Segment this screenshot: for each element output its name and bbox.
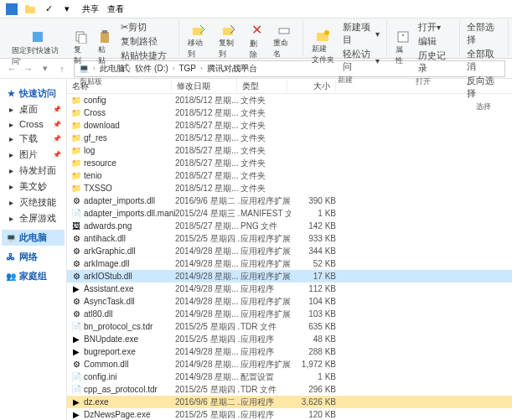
tab-view[interactable]: 查看 <box>107 3 124 15</box>
file-row[interactable]: 📁Cross2018/5/12 星期...文件夹 <box>67 106 512 119</box>
move-to-button[interactable]: 移动到 <box>183 22 214 61</box>
file-row[interactable]: ⚙arkGraphic.dll2014/9/28 星期...应用程序扩展344 … <box>67 245 512 257</box>
file-date: 2014/9/28 星期... <box>175 346 240 358</box>
file-row[interactable]: ⚙arkImage.dll2014/9/28 星期...应用程序扩展52 KB <box>67 257 512 270</box>
file-row[interactable]: ▶BNUpdate.exe2015/2/5 星期四 ...应用程序48 KB <box>67 333 512 345</box>
ribbon: 固定到'快速访问' 复制 粘贴 ✂剪切 复制路径 粘贴快捷方式 剪贴板 移动到 … <box>0 18 512 59</box>
file-row[interactable]: ▶dz.exe2016/9/6 星期二 ...应用程序3,626 KB <box>67 396 512 408</box>
file-row[interactable]: 🖼adwards.png2018/5/27 星期...PNG 文件142 KB <box>67 220 512 232</box>
file-type: MANIFEST 文件 <box>240 208 291 220</box>
file-row[interactable]: ⚙Common.dll2014/9/28 星期...应用程序扩展1,972 KB <box>67 358 512 371</box>
paste-button[interactable]: 粘贴 <box>93 29 117 68</box>
history-button[interactable]: 历史记录 <box>415 49 456 75</box>
homegroup[interactable]: 👥家庭组 <box>2 268 65 284</box>
file-icon: ⚙ <box>70 297 82 306</box>
file-icon: 📁 <box>70 108 82 117</box>
file-type: 文件夹 <box>240 158 291 169</box>
file-row[interactable]: 📁resource2018/5/27 星期...文件夹 <box>67 157 512 169</box>
svg-rect-13 <box>398 32 408 42</box>
file-type: 应用程序扩展 <box>240 296 291 308</box>
copy-to-button[interactable]: 复制到 <box>214 22 245 61</box>
file-row[interactable]: 📁gf_res2018/5/12 星期...文件夹 <box>67 132 512 144</box>
file-name: gf_res <box>84 133 175 143</box>
sidebar-item[interactable]: ▸桌面📌 <box>2 101 65 117</box>
file-row[interactable]: ▶Assistant.exe2014/9/28 星期...应用程序112 KB <box>67 283 512 295</box>
rename-icon <box>277 23 291 37</box>
file-row[interactable]: 📄config.ini2014/9/28 星期...配置设置1 KB <box>67 371 512 383</box>
file-size: 635 KB <box>291 322 336 331</box>
sidebar-item-label: Cross <box>19 119 44 129</box>
file-row[interactable]: ▶DzNewsPage.exe2015/2/5 星期四 ...应用程序120 K… <box>67 408 512 420</box>
file-row[interactable]: 📁config2018/5/12 星期...文件夹 <box>67 94 512 106</box>
pin-quick-access-button[interactable]: 固定到'快速访问' <box>7 28 69 69</box>
file-icon: 📁 <box>70 184 82 193</box>
file-type: 应用程序扩展 <box>240 309 291 320</box>
qat-check-icon[interactable]: ✓ <box>40 2 57 17</box>
file-type: 文件夹 <box>240 145 291 157</box>
star-icon: ★ <box>5 89 17 98</box>
sidebar-item[interactable]: ▸待发封面 <box>2 163 65 179</box>
delete-button[interactable]: ✕删除 <box>245 20 269 62</box>
quick-access-header[interactable]: ★快速访问 <box>2 86 65 101</box>
qat-folder-icon[interactable] <box>22 2 39 17</box>
network[interactable]: 🖧网络 <box>2 249 65 265</box>
sidebar-item[interactable]: ▸Cross📌 <box>2 117 65 131</box>
file-row[interactable]: 📄adapter_imports.dll.manifest2015/2/4 星期… <box>67 207 512 220</box>
file-icon: 📁 <box>70 133 82 143</box>
file-name: AsyncTask.dll <box>84 297 175 306</box>
file-row[interactable]: ⚙adapter_imports.dll2016/9/6 星期二 ...应用程序… <box>67 194 512 207</box>
sidebar-item[interactable]: ▸美文妙 <box>2 179 65 194</box>
pin-icon: 📌 <box>53 121 61 128</box>
file-row[interactable]: 📄cpp_as_protocol.tdr2015/2/5 星期四 ...TDR … <box>67 383 512 396</box>
qat-dropdown-icon[interactable]: ▾ <box>59 2 75 17</box>
easy-access-button[interactable]: 轻松访问 ▾ <box>339 47 383 74</box>
col-type[interactable]: 类型 <box>237 79 287 93</box>
open-button[interactable]: 打开 ▾ <box>415 20 456 34</box>
file-row[interactable]: ⚙AsyncTask.dll2014/9/28 星期...应用程序扩展104 K… <box>67 295 512 308</box>
file-date: 2018/5/27 星期... <box>175 220 240 232</box>
new-item-button[interactable]: 新建项目 ▾ <box>339 20 383 47</box>
ribbon-group-new: 新建 文件夹 新建项目 ▾ 轻松访问 ▾ 新建 <box>303 20 387 56</box>
col-date[interactable]: 修改日期 <box>172 79 237 93</box>
file-row[interactable]: ⚙arkIOStub.dll2014/9/28 星期...应用程序扩展17 KB <box>67 270 512 283</box>
properties-button[interactable]: 属性 <box>390 29 415 68</box>
new-folder-button[interactable]: 新建 文件夹 <box>307 28 339 67</box>
sidebar-item[interactable]: ▸下载📌 <box>2 131 65 147</box>
file-type: PNG 文件 <box>240 220 291 232</box>
sidebar-item[interactable]: ▸全屏游戏 <box>2 210 65 226</box>
file-icon: 🖼 <box>70 221 82 231</box>
file-row[interactable]: 📁TXSSO2018/5/12 星期...文件夹 <box>67 182 512 194</box>
content: 名称 修改日期 类型 大小 📁config2018/5/12 星期...文件夹📁… <box>67 79 512 420</box>
file-date: 2014/9/28 星期... <box>175 371 240 383</box>
file-row[interactable]: ⚙atl80.dll2014/9/28 星期...应用程序扩展103 KB <box>67 308 512 320</box>
crumb[interactable]: 腾讯对战平台 <box>204 63 260 75</box>
sidebar-item[interactable]: ▸灭绝技能 <box>2 194 65 210</box>
sidebar-item-label: 灭绝技能 <box>19 196 56 209</box>
copy-button[interactable]: 复制 <box>69 29 93 68</box>
file-size: 933 KB <box>291 234 336 243</box>
pin-icon <box>30 29 45 44</box>
file-row[interactable]: 📁log2018/5/27 星期...文件夹 <box>67 144 512 157</box>
invert-selection-button[interactable]: 反向选择 <box>463 74 504 101</box>
crumb[interactable]: TGP <box>176 64 199 73</box>
select-all-button[interactable]: 全部选择 <box>463 20 504 47</box>
file-row[interactable]: ▶bugreport.exe2014/9/28 星期...应用程序288 KB <box>67 345 512 358</box>
file-type: 应用程序 <box>240 283 291 295</box>
file-row[interactable]: 📁download2018/5/27 星期...文件夹 <box>67 119 512 132</box>
sidebar-item[interactable]: ▸图片📌 <box>2 147 65 163</box>
edit-button[interactable]: 编辑 <box>415 34 456 49</box>
col-size[interactable]: 大小 <box>287 79 336 93</box>
cut-button[interactable]: ✂剪切 <box>117 20 175 34</box>
select-none-button[interactable]: 全部取消 <box>463 47 504 74</box>
this-pc[interactable]: 💻此电脑 <box>2 230 65 246</box>
tab-share[interactable]: 共享 <box>82 3 99 15</box>
file-name: config <box>84 96 175 105</box>
file-row[interactable]: 📁tenio2018/5/27 星期...文件夹 <box>67 169 512 182</box>
paste-shortcut-button[interactable]: 粘贴快捷方式 <box>117 49 175 75</box>
copy-path-button[interactable]: 复制路径 <box>117 34 175 49</box>
file-size: 296 KB <box>291 385 336 394</box>
rename-button[interactable]: 重命名 <box>268 22 299 61</box>
file-row[interactable]: 📄bn_protocol_cs.tdr2015/2/5 星期四 ...TDR 文… <box>67 320 512 333</box>
file-name: atl80.dll <box>84 309 175 319</box>
file-row[interactable]: ⚙antihack.dll2015/2/5 星期四 ...应用程序扩展933 K… <box>67 232 512 245</box>
